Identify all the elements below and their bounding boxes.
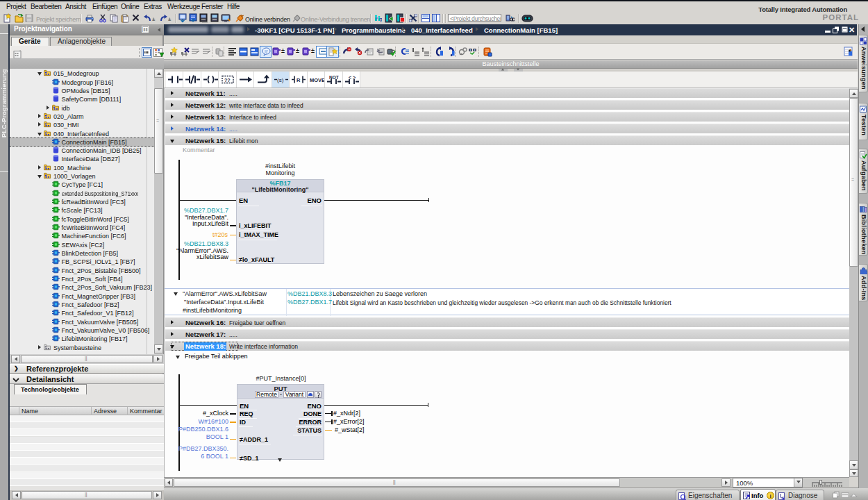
svg-text:MOVE: MOVE (310, 77, 324, 83)
svg-text:??: ?? (224, 78, 231, 83)
svg-text:NOT: NOT (329, 75, 339, 80)
svg-text:R: R (297, 77, 301, 83)
svg-text:< >: < > (349, 75, 356, 80)
svg-text:?: ? (379, 17, 382, 23)
svg-text:(s): (s) (277, 77, 284, 83)
